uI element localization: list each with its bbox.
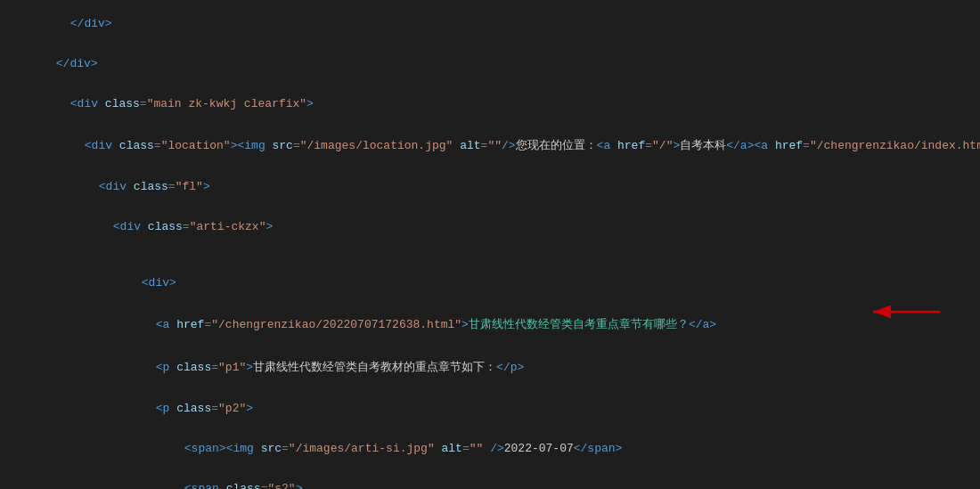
code-line [0,247,980,263]
code-line: <div class="main zk-kwkj clearfix"> [0,84,980,124]
tag-close: </div> [56,57,98,70]
code-line: <p class="p1">甘肃线性代数经管类自考教材的重点章节如下：</p> [0,346,980,388]
code-editor: </div> </div> <div class="main zk-kwkj c… [0,0,980,489]
red-arrow-1 [864,301,944,322]
code-line: <span><img src="/images/arti-si.jpg" alt… [0,428,980,469]
code-line: <div class="fl"> [0,167,980,207]
code-line: <div> [0,263,980,303]
code-line: <div class="location"><img src="/images/… [0,124,980,167]
code-line: </div> [0,4,980,44]
code-line: <a href="/chengrenzikao/20220707172638.h… [0,303,980,346]
tag-close: </div> [70,17,112,30]
code-line: </div> [0,44,980,84]
code-line: <span class="s2"> [0,469,980,489]
code-line: <div class="arti-ckzx"> [0,207,980,247]
code-line: <p class="p2"> [0,388,980,428]
